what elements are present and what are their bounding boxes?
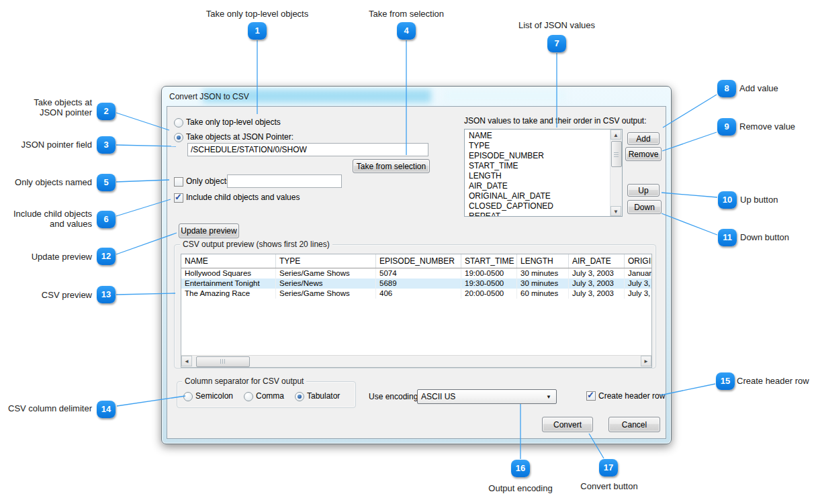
update-preview-button[interactable]: Update preview (179, 223, 239, 238)
scroll-left-arrow-icon[interactable]: ◄ (181, 356, 192, 366)
scroll-down-arrow-icon[interactable]: ▼ (610, 206, 621, 216)
callout-label: Include child objects and values (5, 209, 92, 229)
scroll-right-arrow-icon[interactable]: ► (641, 356, 651, 366)
list-item[interactable]: EPISODE_NUMBER (465, 151, 610, 161)
scroll-up-arrow-icon[interactable]: ▲ (610, 130, 621, 140)
radio-semicolon[interactable] (183, 392, 193, 401)
table-cell[interactable]: 5689 (376, 279, 461, 289)
list-item[interactable]: TYPE (465, 141, 610, 151)
callout-label: Convert button (580, 481, 637, 491)
callout-label: CSV preview (0, 290, 92, 300)
column-header[interactable]: TYPE (276, 254, 376, 268)
column-header[interactable]: LENGTH (517, 254, 569, 268)
chevron-down-icon: ▼ (546, 394, 551, 400)
scroll-thumb[interactable] (196, 356, 250, 367)
list-item[interactable]: NAME (465, 131, 610, 141)
dialog-client-area: Take only top-level objects Take objects… (167, 106, 666, 439)
table-cell[interactable]: 5074 (376, 268, 461, 279)
table-row[interactable]: Hollywood Squares Series/Game Shows 5074… (181, 268, 652, 279)
callout-label: Down button (740, 232, 789, 242)
only-objects-named-input[interactable] (227, 174, 342, 188)
radio-take-top-level-label[interactable]: Take only top-level objects (186, 118, 281, 127)
table-cell[interactable]: Series/News (276, 279, 376, 289)
callout-badge: 1 (248, 22, 267, 40)
column-header[interactable]: AIR_DATE (569, 254, 625, 268)
table-cell[interactable]: July 3, 2003 (569, 279, 625, 289)
table-header-row: NAME TYPE EPISODE_NUMBER START_TIME LENG… (181, 254, 652, 268)
json-values-listbox[interactable]: NAME TYPE EPISODE_NUMBER START_TIME LENG… (464, 129, 623, 217)
table-cell[interactable]: Hollywood Squares (181, 268, 276, 279)
convert-button[interactable]: Convert (542, 417, 593, 432)
down-button[interactable]: Down (627, 200, 662, 214)
json-pointer-input[interactable] (187, 143, 428, 156)
callout-label: Only objects named (0, 177, 92, 187)
table-row-selected[interactable]: Entertainment Tonight Series/News 5689 1… (181, 279, 652, 289)
preview-table[interactable]: NAME TYPE EPISODE_NUMBER START_TIME LENG… (181, 254, 652, 368)
add-button[interactable]: Add (627, 132, 660, 145)
table-cell[interactable]: 30 minutes (517, 268, 569, 279)
callout-label: Update preview (0, 252, 92, 262)
table-cell[interactable]: 60 minutes (517, 289, 569, 299)
callout-badge: 6 (97, 211, 116, 228)
table-cell[interactable]: Entertainment Tonight (181, 279, 276, 289)
dialog-titlebar[interactable]: Convert JSON to CSV (163, 87, 670, 106)
callout-badge: 12 (97, 248, 116, 265)
callout-label: Up button (740, 195, 778, 205)
radio-comma-label[interactable]: Comma (256, 392, 284, 401)
list-item[interactable]: AIR_DATE (465, 181, 610, 191)
preview-horizontal-scrollbar[interactable]: ◄ ► (181, 355, 651, 367)
remove-button[interactable]: Remove (625, 147, 662, 161)
table-cell[interactable]: The Amazing Race (181, 289, 276, 299)
take-from-selection-button[interactable]: Take from selection (353, 159, 430, 173)
radio-comma[interactable] (244, 392, 253, 401)
list-item[interactable]: REPEAT (465, 211, 610, 217)
dialog-convert-json-to-csv: Convert JSON to CSV Take only top-level … (161, 86, 672, 444)
callout-label: Create header row (737, 376, 809, 386)
include-child-objects-label[interactable]: Include child objects and values (186, 193, 300, 202)
callout-badge: 2 (97, 103, 116, 120)
list-item[interactable]: ORIGINAL_AIR_DATE (465, 191, 610, 201)
table-row[interactable]: The Amazing Race Series/Game Shows 406 2… (181, 289, 652, 299)
use-encoding-label: Use encoding: (369, 393, 420, 401)
table-cell[interactable]: July 3, 2003 (569, 268, 625, 279)
callout-badge: 4 (397, 22, 416, 40)
table-cell[interactable]: July 3, 200 (625, 279, 652, 289)
list-item[interactable]: CLOSED_CAPTIONED (465, 201, 610, 211)
table-cell[interactable]: 406 (376, 289, 461, 299)
column-header[interactable]: EPISODE_NUMBER (376, 254, 461, 268)
encoding-dropdown[interactable]: ASCII US ▼ (417, 389, 557, 404)
table-cell[interactable]: July 3, 200 (625, 289, 652, 299)
list-item[interactable]: START_TIME (465, 161, 610, 171)
column-header[interactable]: START_TIME (461, 254, 517, 268)
radio-take-json-pointer[interactable] (174, 133, 183, 142)
callout-label: Remove value (739, 121, 795, 132)
radio-tabulator[interactable] (295, 392, 304, 401)
table-cell[interactable]: Series/Game Shows (276, 289, 376, 299)
table-cell[interactable]: July 3, 2003 (569, 289, 625, 299)
callout-label: Output encoding (488, 483, 552, 493)
radio-semicolon-label[interactable]: Semicolon (195, 392, 233, 401)
callout-badge: 9 (717, 118, 736, 136)
up-button[interactable]: Up (627, 184, 660, 197)
radio-take-json-pointer-label[interactable]: Take objects at JSON Pointer: (186, 133, 293, 142)
radio-take-top-level[interactable] (174, 118, 183, 128)
checkbox-create-header-row[interactable]: ✓ (586, 391, 596, 401)
scroll-thumb[interactable] (611, 141, 622, 167)
check-icon: ✓ (175, 192, 182, 202)
table-cell[interactable]: 30 minutes (517, 279, 569, 289)
column-header[interactable]: NAME (181, 254, 276, 268)
table-cell[interactable]: 19:00-0500 (461, 268, 517, 279)
checkbox-include-child-objects[interactable]: ✓ (174, 193, 183, 203)
checkbox-only-objects-named[interactable] (174, 177, 183, 187)
callout-badge: 11 (718, 229, 737, 246)
list-item[interactable]: LENGTH (465, 171, 610, 181)
list-scrollbar[interactable]: ▲ ▼ (610, 130, 622, 216)
table-cell[interactable]: 19:30-0500 (461, 279, 517, 289)
radio-tabulator-label[interactable]: Tabulator (307, 392, 340, 401)
create-header-row-label[interactable]: Create header row (598, 392, 665, 401)
column-header[interactable]: ORIGINAL_AIR_DATE (625, 254, 652, 268)
table-cell[interactable]: 20:00-0500 (461, 289, 517, 299)
table-cell[interactable]: Series/Game Shows (276, 268, 376, 279)
cancel-button[interactable]: Cancel (608, 417, 660, 432)
table-cell[interactable]: January 16 (625, 268, 652, 279)
